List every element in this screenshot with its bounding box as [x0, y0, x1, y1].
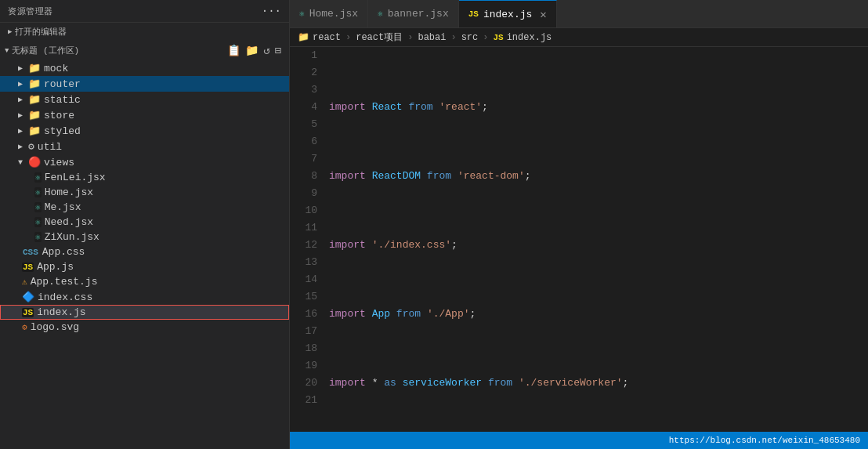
svg-icon: ⚙ [22, 322, 27, 332]
breadcrumb-src: src [461, 32, 479, 43]
jsx-icon: ⚛ [34, 217, 42, 227]
workspace-header[interactable]: ▼ 无标题 (工作区) 📋 📁 ↺ ⊟ [0, 41, 289, 60]
folder-icon: 📁 [28, 109, 41, 121]
sidebar-item-home[interactable]: ⚛ Home.jsx [0, 185, 289, 200]
tab-bar: ⚛ Home.jsx ⚛ banner.jsx JS index.js ✕ [290, 0, 868, 28]
jsx-icon: ⚛ [34, 202, 42, 212]
js-tab-icon: JS [468, 9, 479, 19]
jsx-icon: ⚛ [34, 172, 42, 183]
sidebar-item-util[interactable]: ▶ ⚙ util [0, 139, 289, 154]
sidebar-item-views[interactable]: ▼ 🔴 views [0, 154, 289, 170]
sidebar-item-router[interactable]: ▶ 📁 router [0, 76, 289, 92]
sidebar-item-label: Me.jsx [45, 201, 81, 213]
open-editors-header[interactable]: ▶ 打开的编辑器 [0, 23, 289, 41]
tab-label: banner.jsx [388, 8, 449, 20]
sidebar-title: 资源管理器 [8, 5, 53, 17]
sidebar-item-fenlei[interactable]: ⚛ FenLei.jsx [0, 170, 289, 185]
sidebar-item-label: store [44, 110, 74, 121]
collapse-icon[interactable]: ⊟ [275, 44, 281, 57]
chevron-icon: ▶ [16, 95, 25, 104]
sidebar-item-label: App.js [37, 261, 74, 273]
js-icon: JS [22, 308, 34, 317]
chevron-icon: ▶ [16, 63, 25, 73]
sidebar-item-zixun[interactable]: ⚛ ZiXun.jsx [0, 230, 289, 244]
workspace-label: 无标题 (工作区) [12, 45, 79, 56]
open-editors-label: 打开的编辑器 [15, 26, 67, 38]
line-numbers: 1 2 3 4 5 6 7 8 9 10 11 12 13 14 15 16 1… [290, 47, 325, 432]
sidebar-item-label: router [44, 78, 81, 90]
sidebar-item-label: mock [44, 63, 68, 74]
test-icon: ⚠ [22, 277, 27, 287]
chevron-icon: ▶ [16, 126, 25, 136]
sidebar-item-indexjs[interactable]: JS index.js [0, 305, 289, 320]
tab-label: index.js [483, 9, 532, 20]
folder-icon: 📁 [28, 93, 41, 106]
chevron-icon: ▶ [16, 142, 25, 151]
sidebar-item-appjs[interactable]: JS App.js [0, 259, 289, 274]
views-folder-icon: 🔴 [28, 156, 41, 168]
breadcrumb: 📁 react › react项目 › babai › src › JS ind… [290, 28, 868, 47]
sidebar-item-label: views [44, 157, 74, 168]
sidebar-item-logosvg[interactable]: ⚙ logo.svg [0, 320, 289, 335]
sidebar-item-mock[interactable]: ▶ 📁 mock [0, 60, 289, 76]
jsx-tab-icon: ⚛ [299, 9, 305, 19]
breadcrumb-js-icon: JS [493, 33, 503, 42]
breadcrumb-react: react [313, 32, 341, 43]
new-file-icon[interactable]: 📋 [227, 44, 241, 57]
new-folder-icon[interactable]: 📁 [245, 44, 259, 57]
jsx-icon: ⚛ [34, 232, 42, 242]
folder-icon: 📁 [28, 125, 41, 137]
sidebar-item-label: styled [44, 125, 81, 137]
chevron-icon: ▶ [16, 79, 25, 89]
css-icon: CSS [22, 248, 39, 257]
sidebar-item-indexcss[interactable]: 🔷 index.css [0, 289, 289, 305]
sidebar-item-label: static [44, 94, 81, 106]
sidebar-content: ▶ 打开的编辑器 ▼ 无标题 (工作区) 📋 📁 ↺ ⊟ ▶ 📁 mock ▶ … [0, 23, 289, 449]
sidebar-item-static[interactable]: ▶ 📁 static [0, 92, 289, 107]
chevron-icon: ▶ [16, 110, 25, 120]
breadcrumb-folder-icon: 📁 [298, 31, 309, 43]
code-container[interactable]: 1 2 3 4 5 6 7 8 9 10 11 12 13 14 15 16 1… [290, 47, 868, 432]
sidebar-item-apptest[interactable]: ⚠ App.test.js [0, 274, 289, 289]
code-line-5: import * as serviceWorker from './servic… [329, 375, 868, 392]
sidebar-item-label: FenLei.jsx [45, 172, 106, 183]
refresh-icon[interactable]: ↺ [263, 44, 269, 57]
sidebar-item-appcss[interactable]: CSS App.css [0, 244, 289, 259]
sidebar-item-me[interactable]: ⚛ Me.jsx [0, 200, 289, 215]
sidebar-item-store[interactable]: ▶ 📁 store [0, 107, 289, 123]
sidebar-item-label: util [38, 141, 62, 153]
tab-home-jsx[interactable]: ⚛ Home.jsx [290, 0, 368, 27]
js-icon: JS [22, 263, 34, 272]
breadcrumb-reactproject: react项目 [356, 31, 403, 44]
status-bar: https://blog.csdn.net/weixin_48653480 [290, 432, 868, 449]
jsx-icon: ⚛ [34, 187, 42, 197]
folder-icon: 📁 [28, 62, 41, 74]
code-line-2: import ReactDOM from 'react-dom'; [329, 168, 868, 185]
tab-index-js[interactable]: JS index.js ✕ [459, 0, 557, 27]
tab-close-icon[interactable]: ✕ [540, 8, 546, 21]
code-line-1: import React from 'react'; [329, 99, 868, 116]
sidebar-item-label: App.test.js [31, 276, 98, 288]
sidebar-actions: ··· [262, 5, 281, 17]
gear-icon: ⚙ [28, 140, 34, 153]
tab-banner-jsx[interactable]: ⚛ banner.jsx [368, 0, 459, 27]
code-lines: import React from 'react'; import ReactD… [325, 47, 868, 432]
folder-icon: 📁 [28, 78, 41, 90]
breadcrumb-indexjs: index.js [507, 32, 552, 43]
sidebar: 资源管理器 ··· ▶ 打开的编辑器 ▼ 无标题 (工作区) 📋 📁 ↺ ⊟ ▶… [0, 0, 290, 449]
code-line-3: import './index.css'; [329, 237, 868, 254]
jsx-tab-icon: ⚛ [378, 9, 383, 19]
sidebar-item-label: Home.jsx [45, 186, 93, 198]
breadcrumb-babai: babai [418, 32, 446, 43]
sidebar-item-styled[interactable]: ▶ 📁 styled [0, 123, 289, 139]
arrow-icon: ▶ [8, 27, 12, 36]
sidebar-item-label: ZiXun.jsx [45, 231, 99, 243]
code-line-4: import App from './App'; [329, 306, 868, 323]
sidebar-title-bar: 资源管理器 ··· [0, 0, 289, 23]
editor-area: ⚛ Home.jsx ⚛ banner.jsx JS index.js ✕ 📁 … [290, 0, 868, 449]
more-icon[interactable]: ··· [262, 5, 281, 17]
sidebar-item-need[interactable]: ⚛ Need.jsx [0, 215, 289, 230]
sidebar-item-label: Need.jsx [45, 216, 93, 228]
indexcss-icon: 🔷 [22, 291, 34, 303]
tab-label: Home.jsx [309, 8, 358, 20]
